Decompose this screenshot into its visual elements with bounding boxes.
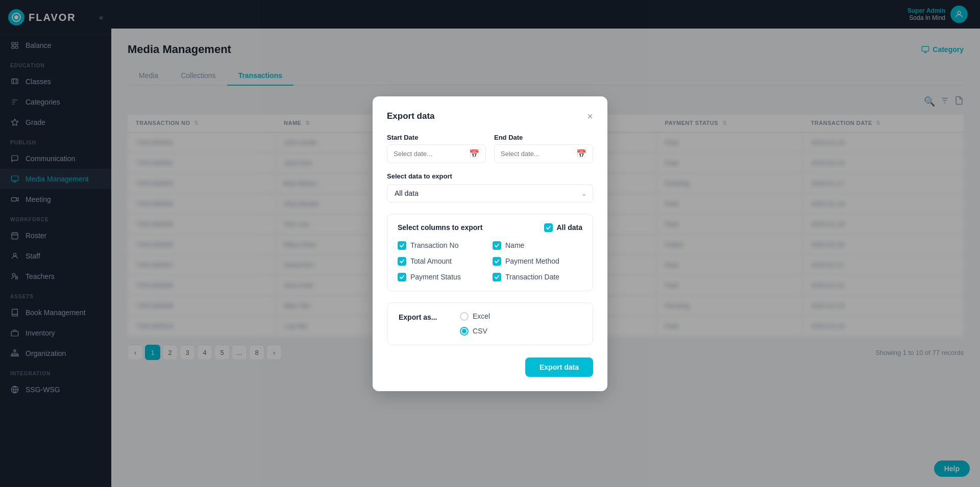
checkbox-payment-status[interactable] — [398, 273, 406, 281]
modal-footer: Export data — [387, 357, 593, 377]
all-data-checkbox[interactable] — [544, 223, 553, 232]
export-data-button[interactable]: Export data — [525, 357, 593, 377]
start-date-label: Start Date — [387, 134, 486, 141]
checkbox-transaction-no[interactable] — [398, 241, 406, 250]
export-as-label: Export as... — [399, 312, 445, 321]
calendar-icon-end: 📅 — [576, 149, 586, 159]
columns-header: Select columns to export All data — [398, 223, 582, 232]
start-date-field: Start Date 📅 — [387, 134, 486, 163]
radio-excel[interactable]: Excel — [460, 312, 490, 321]
checkbox-name[interactable] — [493, 241, 501, 250]
all-data-checkbox-row[interactable]: All data — [544, 223, 582, 232]
col-check-payment-status[interactable]: Payment Status — [398, 273, 487, 281]
select-data-label: Select data to export — [387, 172, 593, 180]
checkbox-total-amount[interactable] — [398, 257, 406, 266]
columns-grid: Transaction No Name Total Amount — [398, 241, 582, 281]
start-date-input[interactable] — [394, 150, 465, 158]
checkbox-payment-method[interactable] — [493, 257, 501, 266]
export-options: Excel CSV — [460, 312, 490, 336]
checkbox-transaction-date[interactable] — [493, 273, 501, 281]
end-date-input-wrap[interactable]: 📅 — [494, 144, 593, 163]
modal-close-button[interactable]: × — [587, 111, 593, 122]
col-check-total-amount[interactable]: Total Amount — [398, 257, 487, 266]
col-label-payment-method: Payment Method — [505, 257, 559, 265]
radio-csv-inner — [462, 329, 467, 334]
start-date-input-wrap[interactable]: 📅 — [387, 144, 486, 163]
export-as-row: Export as... Excel CSV — [399, 312, 581, 336]
col-check-payment-method[interactable]: Payment Method — [493, 257, 582, 266]
radio-csv-icon — [460, 327, 469, 336]
modal-title: Export data — [387, 111, 435, 121]
export-as-section: Export as... Excel CSV — [387, 302, 593, 345]
col-check-name[interactable]: Name — [493, 241, 582, 250]
end-date-label: End Date — [494, 134, 593, 141]
select-data-wrap: All data Custom ⌄ — [387, 184, 593, 202]
end-date-field: End Date 📅 — [494, 134, 593, 163]
col-label-total-amount: Total Amount — [410, 257, 452, 265]
radio-csv-label: CSV — [473, 327, 487, 335]
columns-section: Select columns to export All data Transa… — [387, 214, 593, 291]
col-label-transaction-date: Transaction Date — [505, 273, 559, 281]
export-modal: Export data × Start Date 📅 End Date 📅 S — [373, 96, 607, 391]
col-check-transaction-date[interactable]: Transaction Date — [493, 273, 582, 281]
modal-header: Export data × — [387, 111, 593, 122]
radio-excel-icon — [460, 312, 469, 321]
end-date-input[interactable] — [501, 150, 572, 158]
col-label-transaction-no: Transaction No — [410, 241, 458, 249]
col-label-name: Name — [505, 241, 524, 249]
select-data-dropdown[interactable]: All data Custom — [387, 184, 593, 202]
col-check-transaction-no[interactable]: Transaction No — [398, 241, 487, 250]
radio-excel-label: Excel — [473, 312, 490, 320]
modal-overlay[interactable]: Export data × Start Date 📅 End Date 📅 S — [0, 0, 980, 487]
date-row: Start Date 📅 End Date 📅 — [387, 134, 593, 163]
columns-section-label: Select columns to export — [398, 223, 482, 232]
radio-csv[interactable]: CSV — [460, 327, 490, 336]
calendar-icon-start: 📅 — [469, 149, 479, 159]
col-label-payment-status: Payment Status — [410, 273, 461, 281]
all-data-checkbox-label: All data — [556, 223, 582, 232]
